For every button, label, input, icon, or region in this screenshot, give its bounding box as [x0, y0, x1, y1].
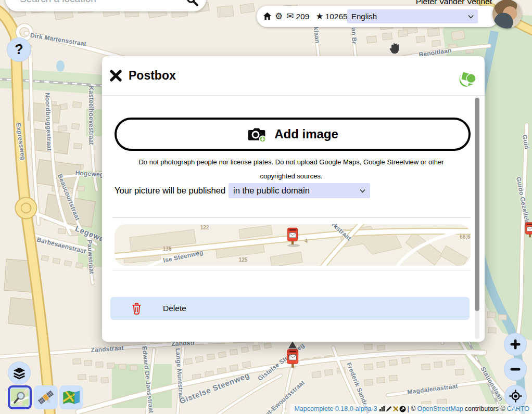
osm-link[interactable]: OpenStreetMap	[417, 405, 463, 412]
basemap-style-satellite[interactable]	[34, 385, 58, 409]
geolocate-button[interactable]	[504, 385, 527, 407]
satellite-icon	[36, 388, 55, 407]
trash-icon	[131, 303, 142, 315]
housenumber-label: 122	[200, 225, 209, 230]
chevron-down-icon	[468, 15, 474, 19]
divider	[112, 270, 471, 270]
contributors-label: contributors ©	[465, 405, 505, 412]
star-icon: ★	[315, 12, 323, 21]
edge-postbox-marker[interactable]	[524, 221, 532, 238]
housenumber-label: 4	[305, 238, 308, 244]
delete-button[interactable]: Delete	[110, 297, 470, 320]
dialog-title: Postbox	[129, 69, 176, 83]
street-label: Magdalenastraat	[407, 382, 459, 396]
user-panel: ⚙ ✉ 209 ★ 10265 English	[257, 6, 499, 27]
language-select[interactable]: English	[347, 9, 478, 23]
zoom-out-button[interactable]	[504, 358, 527, 381]
pencil-icon	[386, 406, 392, 412]
chevron-down-icon	[360, 189, 365, 193]
street-label: Hogeweg	[75, 169, 104, 178]
housenumber-label: 66;66	[460, 234, 471, 240]
world-map-icon	[62, 389, 81, 406]
postbox-dialog: Postbox Add image Do not photograph peo	[102, 56, 485, 342]
basemap-style-osm[interactable]	[8, 385, 32, 409]
street-label: Stationslaan	[479, 366, 505, 403]
plus-icon	[509, 338, 522, 351]
avatar[interactable]	[492, 0, 522, 29]
layers-button[interactable]	[8, 361, 31, 384]
star-count: 10265	[325, 12, 348, 21]
add-image-button[interactable]: Add image	[115, 118, 471, 151]
street-label: Beaucourtstraat	[56, 173, 82, 221]
dialog-header: Postbox	[102, 56, 485, 95]
search-input[interactable]	[19, 0, 186, 5]
attribution-separator: | ©	[408, 405, 416, 412]
help-label: ?	[15, 42, 23, 58]
map-attribution: Mapcomplete 0.18.0-alpha-3 | © OpenStree…	[290, 404, 532, 414]
street-label: Jan Br	[350, 24, 358, 44]
housenumber-label: 125	[239, 257, 248, 263]
construction-icon	[392, 406, 399, 412]
street-label: Edward De Jansstraat	[141, 346, 155, 413]
housenumber-label: 136	[163, 246, 172, 252]
license-selected: in the public domain	[233, 186, 310, 196]
street-label: Guid	[521, 134, 531, 150]
street-label: Noordbruggestraat	[44, 93, 53, 151]
street-label: rkstraat	[330, 224, 352, 242]
close-icon[interactable]	[110, 70, 122, 82]
location-minimap[interactable]: 122136125466;66lse Steenwegrkstraat	[115, 224, 471, 266]
scrollbar-thumb[interactable]	[475, 98, 479, 311]
dialog-scrollbar[interactable]	[475, 97, 479, 339]
add-image-label: Add image	[274, 127, 338, 141]
street-label: Expressweg	[15, 122, 27, 160]
mapcomplete-app: Dirk MartensstraatExpresswegNoordbrugges…	[0, 0, 532, 414]
username-label[interactable]: Pieter Vander Vennet	[416, 0, 492, 6]
osm-carto-thumbnail-icon	[11, 389, 29, 406]
attribution-icons	[379, 406, 406, 412]
search-icon[interactable]	[186, 0, 199, 7]
street-label: Gistelse Steenweg	[178, 370, 250, 405]
minus-icon	[509, 363, 522, 376]
minimap-postbox-marker	[286, 225, 299, 246]
delete-label: Delete	[163, 304, 186, 313]
camera-add-icon	[247, 126, 267, 143]
help-button[interactable]: ?	[7, 37, 31, 62]
image-license-note: Do not photograph people nor license pla…	[121, 155, 462, 183]
grab-hand-cursor	[388, 41, 401, 55]
copyright-icon	[399, 406, 406, 412]
gear-icon[interactable]: ⚙	[275, 12, 283, 21]
layers-icon	[12, 366, 26, 380]
street-label: Pauwstraat	[86, 240, 96, 275]
search-bar[interactable]	[5, 0, 206, 11]
license-row: Your picture will be published in the pu…	[115, 183, 370, 198]
crosshair-icon	[509, 389, 523, 403]
street-label: Zandstraat	[91, 344, 124, 354]
language-selected: English	[351, 12, 377, 21]
message-count: 209	[296, 12, 310, 21]
mapcomplete-version-link[interactable]: Mapcomplete 0.18.0-alpha-3	[294, 405, 377, 412]
license-prefix-label: Your picture will be published	[115, 186, 225, 196]
basemap-style-map[interactable]	[59, 385, 83, 409]
home-icon[interactable]	[263, 12, 272, 21]
dialog-body: Add image Do not photograph people nor l…	[102, 95, 485, 342]
divider	[112, 217, 471, 218]
mapcomplete-logo-icon	[458, 70, 477, 89]
street-label: Lange Muntstraat	[174, 348, 185, 402]
license-select[interactable]: in the public domain	[229, 183, 370, 198]
street-label: Barbesaenstraat	[36, 236, 87, 255]
mail-icon[interactable]: ✉	[286, 12, 294, 21]
selected-postbox-marker[interactable]	[286, 341, 300, 369]
zoom-in-button[interactable]	[504, 333, 527, 356]
street-label: Kasteelhoevestraat	[87, 86, 95, 145]
street-label: Dirk Martensstraat	[30, 32, 87, 48]
stats-icon	[379, 406, 385, 412]
